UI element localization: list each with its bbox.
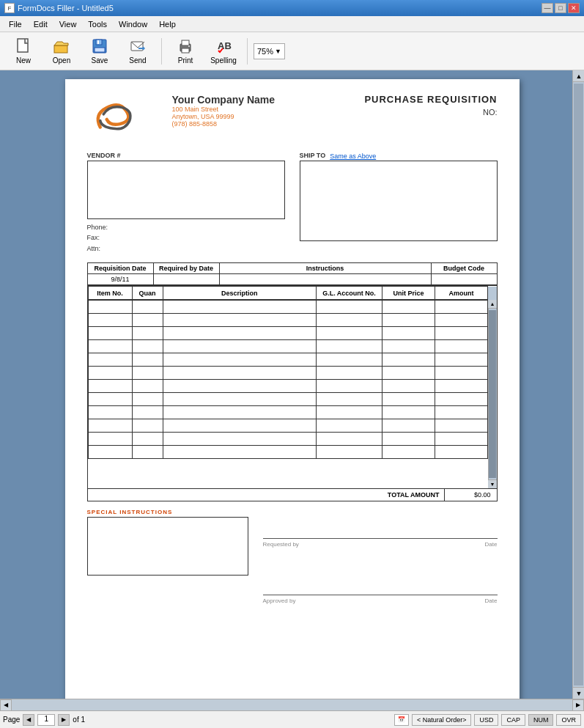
menu-edit[interactable]: Edit <box>28 18 53 30</box>
table-row[interactable] <box>382 406 435 419</box>
table-row[interactable] <box>132 301 163 314</box>
table-row[interactable] <box>132 327 163 340</box>
table-row[interactable] <box>435 406 487 419</box>
table-row[interactable] <box>316 314 382 327</box>
menu-help[interactable]: Help <box>153 18 182 30</box>
table-row[interactable] <box>88 327 132 340</box>
save-button[interactable]: Save <box>82 35 117 67</box>
natural-order-badge[interactable]: < Natural Order> <box>412 714 472 726</box>
ship-to-input[interactable] <box>300 161 498 241</box>
table-row[interactable] <box>382 301 435 314</box>
close-button[interactable]: ✕ <box>568 3 580 13</box>
menu-window[interactable]: Window <box>113 18 153 30</box>
table-row[interactable] <box>132 393 163 406</box>
table-row[interactable] <box>88 301 132 314</box>
table-row[interactable] <box>88 419 132 433</box>
instructions-value[interactable] <box>219 274 431 285</box>
req-by-date-value[interactable] <box>153 274 219 285</box>
table-row[interactable] <box>88 433 132 446</box>
page-number[interactable]: 1 <box>37 714 55 726</box>
table-row[interactable] <box>132 380 163 393</box>
items-body-scroll[interactable]: ▲ ▼ <box>87 300 498 489</box>
table-row[interactable] <box>132 433 163 446</box>
table-row[interactable] <box>316 393 382 406</box>
table-row[interactable] <box>382 367 435 380</box>
table-row[interactable] <box>316 353 382 367</box>
budget-code-value[interactable] <box>431 274 497 285</box>
table-row[interactable] <box>163 446 316 459</box>
table-row[interactable] <box>163 380 316 393</box>
table-row[interactable] <box>163 353 316 367</box>
new-button[interactable]: New <box>6 35 41 67</box>
table-row[interactable] <box>316 340 382 353</box>
same-as-above-link[interactable]: Same as Above <box>330 152 376 160</box>
maximize-button[interactable]: □ <box>555 3 566 13</box>
table-row[interactable] <box>316 446 382 459</box>
table-row[interactable] <box>316 327 382 340</box>
table-row[interactable] <box>163 393 316 406</box>
table-row[interactable] <box>382 446 435 459</box>
zoom-dropdown-icon[interactable]: ▼ <box>275 48 281 55</box>
table-row[interactable] <box>88 314 132 327</box>
menu-tools[interactable]: Tools <box>82 18 113 30</box>
table-row[interactable] <box>435 340 487 353</box>
table-row[interactable] <box>316 301 382 314</box>
page-prev-btn[interactable]: ◀ <box>23 714 34 726</box>
table-row[interactable] <box>88 380 132 393</box>
scroll-down-btn[interactable]: ▼ <box>488 479 497 488</box>
zoom-selector[interactable]: 75% ▼ <box>254 43 285 59</box>
table-row[interactable] <box>435 419 487 433</box>
table-row[interactable] <box>163 433 316 446</box>
table-row[interactable] <box>435 446 487 459</box>
table-row[interactable] <box>382 393 435 406</box>
table-row[interactable] <box>435 327 487 340</box>
table-row[interactable] <box>132 419 163 433</box>
special-instructions-input[interactable] <box>87 517 248 576</box>
send-button[interactable]: Send <box>120 35 155 67</box>
table-row[interactable] <box>88 340 132 353</box>
menu-view[interactable]: View <box>53 18 83 30</box>
table-row[interactable] <box>435 393 487 406</box>
table-row[interactable] <box>316 380 382 393</box>
table-row[interactable] <box>132 446 163 459</box>
table-row[interactable] <box>435 433 487 446</box>
table-row[interactable] <box>316 419 382 433</box>
table-row[interactable] <box>435 353 487 367</box>
table-row[interactable] <box>163 327 316 340</box>
table-row[interactable] <box>163 314 316 327</box>
table-row[interactable] <box>382 419 435 433</box>
main-scroll-down[interactable]: ▼ <box>573 687 584 699</box>
table-row[interactable] <box>382 433 435 446</box>
table-row[interactable] <box>435 301 487 314</box>
main-scroll-up[interactable]: ▲ <box>573 70 584 82</box>
open-button[interactable]: Open <box>44 35 79 67</box>
h-scroll-right[interactable]: ▶ <box>572 699 584 711</box>
table-row[interactable] <box>132 353 163 367</box>
table-row[interactable] <box>132 340 163 353</box>
table-row[interactable] <box>382 327 435 340</box>
table-row[interactable] <box>163 301 316 314</box>
table-row[interactable] <box>316 406 382 419</box>
table-row[interactable] <box>435 367 487 380</box>
table-row[interactable] <box>88 406 132 419</box>
table-row[interactable] <box>382 380 435 393</box>
table-row[interactable] <box>435 380 487 393</box>
table-row[interactable] <box>316 433 382 446</box>
page-next-btn[interactable]: ▶ <box>58 714 70 726</box>
h-scroll-left[interactable]: ◀ <box>0 699 12 711</box>
table-row[interactable] <box>382 353 435 367</box>
table-row[interactable] <box>382 314 435 327</box>
table-row[interactable] <box>316 367 382 380</box>
minimize-button[interactable]: — <box>542 3 553 13</box>
vendor-input[interactable] <box>87 161 285 219</box>
table-row[interactable] <box>132 367 163 380</box>
table-row[interactable] <box>163 419 316 433</box>
menu-file[interactable]: File <box>3 18 28 30</box>
spelling-button[interactable]: ABC Spelling <box>206 35 241 67</box>
req-date-value[interactable]: 9/8/11 <box>87 274 153 285</box>
table-row[interactable] <box>88 367 132 380</box>
table-row[interactable] <box>88 446 132 459</box>
table-row[interactable] <box>163 367 316 380</box>
table-row[interactable] <box>88 393 132 406</box>
items-scrollbar[interactable]: ▲ ▼ <box>488 300 497 488</box>
